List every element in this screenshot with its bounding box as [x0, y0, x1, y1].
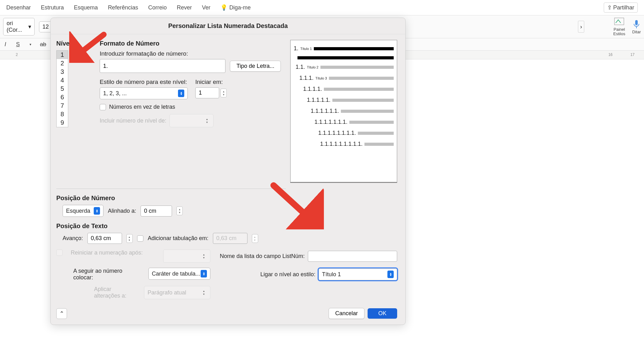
- menu-ver[interactable]: Ver: [202, 4, 210, 11]
- menu-bar: Desenhar Estrutura Esquema Referências C…: [0, 0, 644, 15]
- lightbulb-icon: 💡: [220, 4, 227, 11]
- styles-panel-button[interactable]: Painel Estilos: [613, 17, 625, 36]
- svg-rect-1: [635, 20, 638, 25]
- menu-estrutura[interactable]: Estrutura: [41, 4, 64, 11]
- ruler-tick: 2: [16, 52, 18, 57]
- level-item-1[interactable]: 1: [57, 51, 68, 59]
- level-heading: Nível: [56, 40, 94, 47]
- chevron-down-icon: ▾: [28, 23, 31, 30]
- ruler-tick: 17: [630, 52, 635, 57]
- font-dropdown[interactable]: ori (Cor...▾: [3, 18, 35, 36]
- ribbon-scroll-right[interactable]: ›: [578, 21, 584, 33]
- chevron-down-icon[interactable]: ▾: [26, 40, 35, 48]
- share-button[interactable]: ⇪ Partilhar: [604, 3, 638, 13]
- number-format-input[interactable]: [100, 59, 225, 59]
- tell-me[interactable]: 💡 Diga-me: [220, 4, 251, 11]
- customize-list-dialog: Personalizar Lista Numerada Destacada Ní…: [50, 18, 406, 59]
- menu-rever[interactable]: Rever: [177, 4, 192, 11]
- microphone-icon: [633, 19, 640, 29]
- level-item-2[interactable]: 2: [57, 59, 68, 59]
- menu-referencias[interactable]: Referências: [108, 4, 138, 11]
- menu-desenhar[interactable]: Desenhar: [6, 4, 31, 11]
- format-heading: Formato de Número: [100, 40, 285, 47]
- enter-format-label: Introduzir formatação de número:: [100, 50, 285, 57]
- preview-pane: 1.Título 11.1.Título 21.1.1.Título 31.1.…: [290, 40, 397, 59]
- dictate-button[interactable]: Ditar: [632, 19, 641, 34]
- level-list[interactable]: 1 2 3 4 5 6 7 8 9: [56, 50, 68, 59]
- strikethrough-button[interactable]: ab: [39, 40, 47, 48]
- ruler-tick: 16: [608, 52, 613, 57]
- underline-button[interactable]: S: [14, 40, 22, 48]
- italic-button[interactable]: I: [1, 40, 9, 48]
- share-icon: ⇪: [607, 4, 612, 11]
- menu-correio[interactable]: Correio: [148, 4, 167, 11]
- dialog-title: Personalizar Lista Numerada Destacada: [51, 18, 405, 34]
- menu-esquema[interactable]: Esquema: [74, 4, 98, 11]
- styles-icon: [614, 17, 625, 27]
